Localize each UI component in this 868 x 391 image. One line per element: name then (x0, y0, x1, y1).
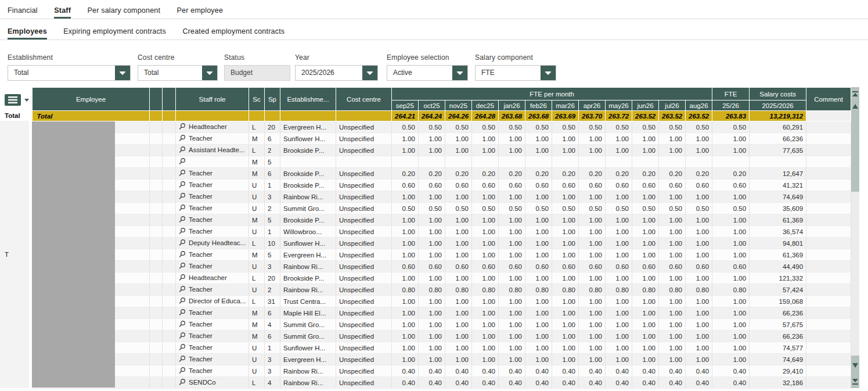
fte-jul26-cell: 1.00 (659, 238, 686, 249)
search-icon[interactable] (179, 262, 186, 270)
employee-row[interactable]: TeacherU1Willowbroo...Unspecified1.001.0… (33, 226, 851, 238)
employee-row[interactable]: TeacherM6Maple Hill El...Unspecified1.00… (33, 307, 851, 319)
cost-centre-dropdown-button[interactable] (202, 66, 217, 80)
staff-role-text: Teacher (189, 367, 213, 374)
employee-row[interactable]: TeacherU2Rainbow Ri...Unspecified0.800.8… (33, 284, 851, 296)
comment-cell (806, 180, 851, 191)
search-icon[interactable] (179, 181, 186, 188)
employee-row[interactable]: HeadteacherL20Brookside P...Unspecified1… (33, 272, 851, 284)
employee-row[interactable]: Director of Educa...L31Trust Centra...Un… (33, 296, 851, 307)
col-header-month-dec25: dec25 (472, 101, 499, 111)
establishment-select[interactable]: Total (8, 65, 131, 81)
employee-row[interactable]: TeacherM4Summit Gro...Unspecified1.001.0… (33, 319, 851, 331)
grid-menu-button[interactable] (5, 94, 21, 106)
blank-cell-2 (163, 203, 176, 214)
blank-cell-1 (150, 180, 163, 191)
employee-row[interactable]: M5 (33, 156, 851, 168)
fte-may26-cell: 0.40 (606, 365, 632, 377)
search-icon[interactable] (179, 192, 186, 200)
cost-centre-cell: Unspecified (336, 296, 392, 307)
fte-aug26-cell: 1.00 (686, 331, 712, 342)
employee-row[interactable]: HeadteacherL20Evergreen H...Unspecified0… (33, 121, 851, 133)
fte-jun26-cell: 1.00 (632, 331, 659, 342)
status-label: Status (224, 53, 290, 62)
employee-selection-select[interactable]: Active (387, 65, 468, 81)
comment-cell (806, 214, 851, 226)
fte-sep25-cell: 0.60 (392, 261, 419, 272)
employee-row[interactable]: TeacherU3Rainbow Ri...Unspecified1.001.0… (33, 191, 851, 203)
fte-dec25-cell: 0.40 (472, 365, 499, 377)
scroll-to-bottom-button[interactable] (851, 375, 859, 388)
employee-row[interactable]: TeacherM6Brookside P...Unspecified0.200.… (33, 168, 851, 180)
employee-row[interactable]: TeacherU2Summit Gro...Unspecified0.500.5… (33, 203, 851, 214)
search-icon[interactable] (179, 355, 186, 363)
col-header-month-oct25: oct25 (419, 101, 445, 111)
search-icon[interactable] (179, 123, 186, 130)
year-dropdown-button[interactable] (362, 66, 377, 80)
tab-expiring-employment-contracts[interactable]: Expiring employment contracts (63, 24, 166, 40)
employee-row[interactable]: TeacherU3Rainbow Ri...Unspecified0.600.6… (33, 261, 851, 272)
fte-oct25-cell: 1.00 (419, 307, 445, 319)
tab-created-employment-contracts[interactable]: Created employment contracts (182, 24, 284, 40)
cost-centre-select[interactable]: Total (138, 65, 218, 81)
year-select[interactable]: 2025/2026 (295, 65, 378, 81)
search-icon[interactable] (179, 227, 186, 235)
fte-year-cell: 1.00 (712, 226, 750, 238)
search-icon[interactable] (179, 320, 186, 328)
employee-row[interactable]: Deputy Headteac...L10Sunflower H...Unspe… (33, 238, 851, 249)
scroll-to-top-icon (852, 91, 858, 97)
search-icon[interactable] (179, 343, 186, 351)
fte-mar26-cell: 1.00 (552, 342, 579, 354)
search-icon[interactable] (179, 297, 186, 304)
comment-cell (806, 238, 851, 249)
sc-cell: M (249, 319, 265, 331)
tab-per-employee[interactable]: Per employee (177, 3, 224, 19)
employee-row[interactable]: TeacherU1Brookside P...Unspecified0.600.… (33, 180, 851, 191)
search-icon[interactable] (179, 157, 186, 165)
search-icon[interactable] (179, 367, 186, 374)
scroll-up-button[interactable] (851, 100, 859, 113)
employee-row[interactable]: TeacherM5Evergreen H...Unspecified1.001.… (33, 249, 851, 261)
search-icon[interactable] (179, 378, 186, 386)
search-icon[interactable] (179, 250, 186, 258)
employee-row[interactable]: TeacherU1Sunflower H...Unspecified1.001.… (33, 342, 851, 354)
fte-apr26-cell: 1.00 (579, 145, 606, 156)
sc-cell: L (249, 296, 265, 307)
fte-may26-cell: 0.40 (606, 377, 632, 389)
tab-financial[interactable]: Financial (8, 3, 38, 19)
scroll-to-top-button[interactable] (851, 87, 859, 100)
search-icon[interactable] (179, 216, 186, 223)
sp-cell: 1 (265, 226, 280, 238)
fte-year-cell: 1.00 (712, 133, 750, 145)
search-icon[interactable] (179, 204, 186, 211)
employee-row[interactable]: TeacherU3Evergreen H...Unspecified1.001.… (33, 354, 851, 365)
fte-aug26-cell: 1.00 (686, 342, 712, 354)
salary-component-dropdown-button[interactable] (541, 66, 556, 80)
blank-cell-2 (163, 238, 176, 249)
employee-row[interactable]: SENDCoL4Rainbow Ri...Unspecified0.400.40… (33, 377, 851, 389)
grid-menu-caret-icon[interactable] (24, 99, 29, 102)
scroll-down-button[interactable] (851, 359, 859, 372)
search-icon[interactable] (179, 239, 186, 246)
employee-row[interactable]: TeacherM5Brookside P...Unspecified1.001.… (33, 214, 851, 226)
search-icon[interactable] (179, 146, 186, 153)
search-icon[interactable] (179, 134, 186, 142)
tab-staff[interactable]: Staff (54, 3, 71, 19)
salary-component-select[interactable]: FTE (475, 65, 556, 81)
search-icon[interactable] (179, 285, 186, 293)
tab-employees[interactable]: Employees (8, 24, 47, 40)
employee-row[interactable]: TeacherM6Summit Gro...Unspecified1.001.0… (33, 331, 851, 342)
search-icon[interactable] (179, 169, 186, 177)
employee-row[interactable]: TeacherU3Rainbow Ri...Unspecified0.400.4… (33, 365, 851, 377)
establishment-dropdown-button[interactable] (115, 66, 130, 80)
search-icon[interactable] (179, 332, 186, 339)
search-icon[interactable] (179, 274, 186, 281)
employee-row[interactable]: Assistant Headte...L2Brookside P...Unspe… (33, 145, 851, 156)
employee-row[interactable]: TeacherM6Sunflower H...Unspecified1.001.… (33, 133, 851, 145)
fte-dec25-cell: 1.00 (472, 319, 499, 331)
fte-nov25-cell: 1.00 (445, 226, 472, 238)
search-icon[interactable] (179, 309, 186, 316)
tab-per-salary-component[interactable]: Per salary component (88, 3, 161, 19)
vertical-scrollbar[interactable] (851, 87, 859, 388)
employee-selection-dropdown-button[interactable] (452, 66, 467, 80)
